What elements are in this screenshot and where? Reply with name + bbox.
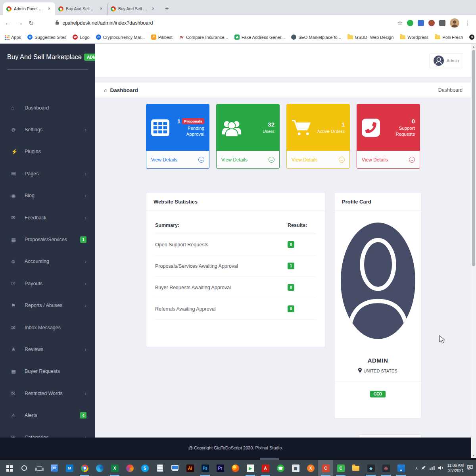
sidebar-item-plugins[interactable]: ⚡ Plugins › bbox=[0, 141, 95, 163]
browser-tab[interactable]: Buy And Sell Marketplace × bbox=[107, 2, 159, 15]
task-view-button[interactable] bbox=[32, 460, 47, 476]
view-details-link[interactable]: View Details → bbox=[287, 151, 349, 168]
browser-profile-avatar[interactable] bbox=[450, 18, 459, 28]
bookmark-item[interactable]: IH Compare Insurance... bbox=[179, 35, 228, 40]
bookmark-item[interactable]: W Logo bbox=[73, 35, 89, 40]
acrobat-app[interactable]: A bbox=[258, 460, 273, 476]
bookmark-item[interactable]: Polli Fresh bbox=[435, 35, 463, 40]
sidebar-item-reports-abuses[interactable]: ⚑ Reports / Abuses › bbox=[0, 295, 95, 317]
new-tab-button[interactable]: + bbox=[161, 3, 173, 14]
bookmark-item[interactable]: Apps bbox=[4, 35, 21, 40]
forward-button[interactable]: → bbox=[17, 19, 23, 27]
admin-menu-button[interactable]: Admin bbox=[429, 53, 463, 68]
screenshot-extension-icon[interactable] bbox=[418, 20, 424, 26]
sidebar-item-payouts[interactable]: ⊡ Payouts › bbox=[0, 273, 95, 294]
whatsapp-app[interactable]: ☎ bbox=[273, 460, 288, 476]
scroll-up-arrow[interactable]: ▲ bbox=[471, 44, 476, 49]
browser-menu-icon[interactable]: ⋮ bbox=[464, 19, 471, 27]
sidebar-item-label: Blog bbox=[25, 193, 84, 198]
tab-title: Buy And Sell Marketplace bbox=[118, 6, 148, 11]
mail-app[interactable]: ✉ bbox=[62, 460, 77, 476]
dark-app-2[interactable]: ◎ bbox=[378, 460, 393, 476]
bookmark-item[interactable]: C Cryptocurrency Mar... bbox=[96, 35, 145, 40]
tray-expand-icon[interactable]: ∧ bbox=[415, 466, 418, 470]
view-details-link[interactable]: View Details → bbox=[357, 151, 420, 168]
sidebar-item-reviews[interactable]: ★ Reviews › bbox=[0, 338, 95, 360]
screen-recorder-app[interactable]: ▶ bbox=[243, 460, 258, 476]
calculator-app[interactable]: ▦ bbox=[288, 460, 303, 476]
sidebar-item-categories[interactable]: ⊞ Categories › bbox=[0, 426, 95, 438]
photoshop-app[interactable]: Ps bbox=[198, 460, 213, 476]
cortana-button[interactable] bbox=[17, 460, 32, 476]
browser-tab[interactable]: Buy And Sell Marketplace - Logi × bbox=[55, 2, 107, 15]
bookmark-item[interactable]: P Pikbest bbox=[151, 35, 173, 40]
sidebar-item-dashboard[interactable]: ⌂ Dashboard › bbox=[0, 97, 95, 119]
tab-close-icon[interactable]: × bbox=[46, 6, 52, 12]
camtasia-app[interactable]: C bbox=[318, 460, 333, 476]
start-button[interactable] bbox=[2, 460, 17, 476]
sidebar-item-pages[interactable]: ▤ Pages › bbox=[0, 163, 95, 184]
sidebar-item-feedback[interactable]: ✉ Feedback › bbox=[0, 207, 95, 228]
website-statistics-panel: Website Statistics Summary: Results: Ope… bbox=[146, 192, 325, 347]
address-bar[interactable]: cpahelpdesk.net/admin/index?dashboard bbox=[55, 19, 392, 27]
extensions-puzzle-icon[interactable] bbox=[439, 20, 445, 26]
card-icon bbox=[292, 119, 311, 136]
computer-app[interactable] bbox=[167, 460, 182, 476]
premiere-app[interactable]: Pr bbox=[213, 460, 228, 476]
network-icon[interactable] bbox=[430, 464, 435, 472]
site-favicon bbox=[6, 6, 12, 12]
bookmark-star-icon[interactable]: ☆ bbox=[397, 19, 403, 27]
clock[interactable]: 11:06 AM 2/7/2021 bbox=[447, 463, 464, 474]
your-phone-app[interactable]: 70 bbox=[47, 460, 62, 476]
chevron-right-icon: › bbox=[84, 302, 86, 309]
stats-value-badge: 0 bbox=[288, 284, 294, 291]
sidebar-item-inbox-messages[interactable]: ✉ Inbox Messages › bbox=[0, 317, 95, 338]
camtasia-green-app[interactable]: C bbox=[333, 460, 348, 476]
back-button[interactable]: ← bbox=[5, 19, 11, 27]
bookmark-item[interactable]: b Suggested Sites bbox=[27, 35, 66, 40]
download-manager-app[interactable] bbox=[122, 460, 137, 476]
pen-icon[interactable] bbox=[421, 464, 426, 472]
tab-close-icon[interactable]: × bbox=[98, 6, 104, 12]
chrome-browser[interactable] bbox=[77, 460, 92, 476]
sidebar-item-icon: ⊡ bbox=[11, 280, 25, 286]
screen: Admin Panel - Control Your Enti × Buy An… bbox=[0, 0, 476, 476]
scroll-down-arrow[interactable]: ▼ bbox=[471, 453, 476, 458]
idm-extension-icon[interactable] bbox=[407, 20, 413, 26]
sidebar-item-restricted-words[interactable]: ⊠ Restricted Words › bbox=[0, 382, 95, 404]
sidebar-item-buyer-requests[interactable]: ▦ Buyer Requests › bbox=[0, 361, 95, 382]
bookmark-item[interactable]: ◆ Fake Address Gener... bbox=[234, 35, 285, 40]
view-details-link[interactable]: View Details → bbox=[217, 151, 279, 168]
tab-close-icon[interactable]: × bbox=[150, 6, 156, 12]
sidebar-item-alerts[interactable]: ⚠ Alerts 4 › bbox=[0, 404, 95, 426]
illustrator-app[interactable]: Ai bbox=[182, 460, 198, 476]
extension-icon[interactable] bbox=[428, 20, 435, 26]
bookmark-item[interactable]: Wordpress bbox=[400, 35, 428, 40]
bookmark-item[interactable]: GSBD- Web Design bbox=[347, 35, 394, 40]
sidebar-item-settings[interactable]: ⚙ Settings › bbox=[0, 119, 95, 140]
edge-browser[interactable] bbox=[92, 460, 107, 476]
view-details-link[interactable]: View Details → bbox=[146, 151, 209, 168]
action-center-icon[interactable] bbox=[467, 464, 473, 472]
sidebar-item-label: Reviews bbox=[25, 347, 84, 352]
photos-app[interactable]: ▲ bbox=[393, 460, 409, 476]
bookmark-item[interactable]: SEO Marketplace fo... bbox=[291, 35, 341, 40]
excel-app[interactable]: X bbox=[107, 460, 122, 476]
sidebar-item-accounting[interactable]: ⊚ Accounting › bbox=[0, 251, 95, 273]
firefox-browser[interactable] bbox=[228, 460, 243, 476]
stats-table-header: Summary: Results: bbox=[155, 217, 316, 234]
volume-icon[interactable] bbox=[438, 464, 443, 472]
sidebar-item-blog[interactable]: ◉ Blog › bbox=[0, 185, 95, 207]
notepad-app[interactable] bbox=[152, 460, 167, 476]
sidebar-item-icon: ⊠ bbox=[11, 390, 25, 396]
sidebar-item-proposals-services[interactable]: ▦ Proposals/Services 1 › bbox=[0, 228, 95, 250]
skype-app[interactable]: S bbox=[137, 460, 152, 476]
scrollbar-thumb[interactable] bbox=[472, 50, 475, 266]
dark-app-1[interactable]: ◈ bbox=[363, 460, 378, 476]
vertical-scrollbar[interactable]: ▲ ▼ bbox=[471, 44, 476, 458]
browser-tab[interactable]: Admin Panel - Control Your Enti × bbox=[3, 2, 55, 15]
xampp-app[interactable]: X bbox=[303, 460, 318, 476]
file-explorer[interactable] bbox=[348, 460, 363, 476]
bookmark-item[interactable]: S immobilie richtig in... bbox=[469, 35, 476, 40]
reload-button[interactable]: ↻ bbox=[29, 19, 34, 27]
